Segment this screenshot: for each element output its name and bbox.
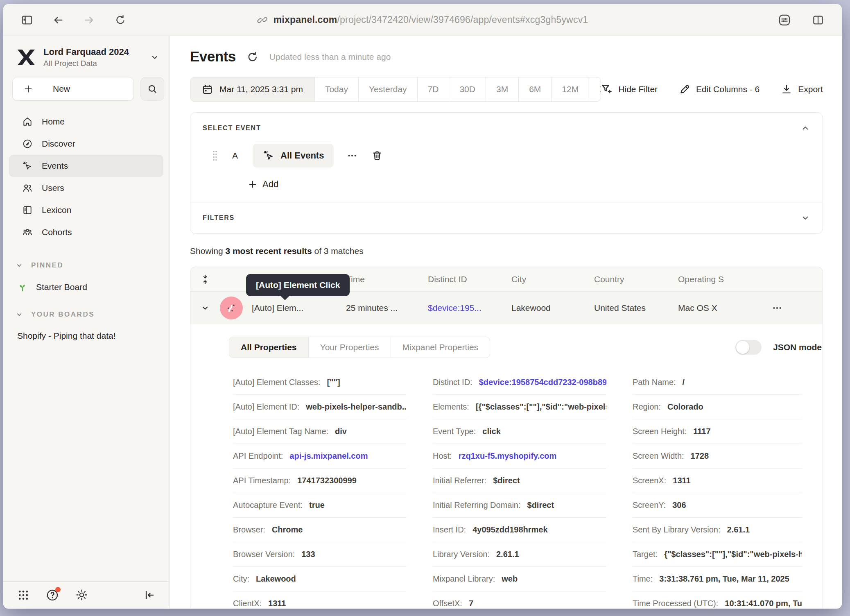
address-bar[interactable]: mixpanel.com/project/3472420/view/397469… [257,4,588,36]
range-6m[interactable]: 6M [518,77,551,101]
property-row: Insert ID:4y095zdd198hrmek [433,518,606,542]
property-label: Library Version: [433,550,490,559]
search-button[interactable] [140,77,164,101]
more-options-icon[interactable] [347,150,357,161]
property-value: 1311 [673,476,690,485]
sidebar-item-discover[interactable]: Discover [9,133,163,155]
workspace-switcher[interactable]: Lord Farquaad 2024 All Project Data [3,47,169,68]
property-value: Lakewood [256,574,296,584]
property-label: Autocapture Event: [233,500,303,510]
refresh-icon[interactable] [246,51,259,63]
date-range-segments: Mar 11, 2025 3:31 pm TodayYesterday7D30D… [190,77,601,102]
range-7d[interactable]: 7D [417,77,449,101]
reader-settings-icon[interactable] [775,11,793,29]
calendar-icon [202,84,213,95]
export-button[interactable]: Export [781,84,823,95]
browser-sidebar-toggle-icon[interactable] [18,11,36,29]
sidebar-item-label: Users [42,183,64,193]
property-row: API Endpoint:api-js.mixpanel.com [233,444,407,469]
help-icon[interactable] [46,589,59,602]
property-row: Initial Referring Domain:$direct [433,493,606,518]
forward-button[interactable] [80,11,98,29]
chevron-down-icon[interactable] [201,303,210,313]
event-os: Mac OS X [678,303,772,313]
reload-button[interactable] [111,11,129,29]
property-value: 1741732300999 [297,476,357,485]
property-label: Host: [433,451,452,461]
property-value: 7 [469,599,473,608]
sidebar-item-cohorts[interactable]: Cohorts [9,221,163,243]
filters-section[interactable]: FILTERS [190,202,823,233]
sidebar-item-label: Home [42,117,65,127]
chevron-up-icon[interactable] [800,123,810,133]
range-30d[interactable]: 30D [449,77,486,101]
distinct-id-link[interactable]: $device:195... [428,303,482,313]
json-mode-toggle[interactable] [735,340,762,355]
property-value-link[interactable]: $device:1958754cdd7232-098b89... [479,378,606,387]
range-label: Today [325,84,348,94]
board-item-label: Starter Board [36,282,87,292]
property-row: OffsetX:7 [433,591,606,608]
your-boards-section-header[interactable]: YOUR BOARDS [16,310,163,319]
split-view-icon[interactable] [809,11,827,29]
property-value: 1117 [693,427,710,436]
column-header-operating-s[interactable]: Operating S [678,274,772,284]
property-row: Mixpanel Library:web [433,567,606,591]
range-today[interactable]: Today [314,77,358,101]
event-name: [Auto] Elem... [252,303,303,313]
collapse-sidebar-icon[interactable] [143,589,155,601]
property-row: Time:3:31:38.761 pm, Tue, Mar 11, 2025 [633,567,802,591]
apps-grid-icon[interactable] [17,589,29,601]
events-icon [22,161,33,171]
chevron-down-icon [150,53,159,62]
pinned-section-header[interactable]: PINNED [16,261,163,270]
plus-icon [23,84,33,94]
column-header-city[interactable]: City [511,274,594,284]
trash-icon[interactable] [371,150,383,161]
property-label: API Timestamp: [233,476,291,485]
column-header-distinct-id[interactable]: Distinct ID [428,274,511,284]
event-selector-chip[interactable]: All Events [253,144,334,168]
tab-all-properties[interactable]: All Properties [229,337,308,358]
drag-handle-icon[interactable] [212,149,218,162]
updated-status: Updated less than a minute ago [269,52,391,62]
date-picker-button[interactable]: Mar 11, 2025 3:31 pm [190,77,314,101]
property-value: 133 [301,550,315,559]
range-xtd[interactable]: XTD [589,77,601,101]
board-item[interactable]: Starter Board [17,282,163,292]
back-button[interactable] [49,11,67,29]
property-value-link[interactable]: rzq1xu-f5.myshopify.com [459,451,557,461]
new-button[interactable]: New [12,77,134,101]
range-3m[interactable]: 3M [486,77,518,101]
event-city: Lakewood [511,303,594,313]
property-label: Browser: [233,525,265,534]
sidebar-item-home[interactable]: Home [9,111,163,133]
settings-gear-icon[interactable] [75,589,88,601]
tab-your-properties[interactable]: Your Properties [308,337,391,358]
property-label: Initial Referring Domain: [433,500,521,510]
sidebar-footer [3,581,169,608]
pencil-icon [679,84,690,95]
row-menu-icon[interactable] [772,303,823,313]
range-yesterday[interactable]: Yesterday [358,77,417,101]
add-event-button[interactable]: Add [248,179,810,190]
column-header-country[interactable]: Country [594,274,678,284]
property-label: OffsetX: [433,599,462,608]
collapse-rows-icon[interactable] [200,274,210,285]
range-12m[interactable]: 12M [551,77,589,101]
tab-mixpanel-properties[interactable]: Mixpanel Properties [391,337,490,358]
sidebar-item-users[interactable]: Users [9,177,163,199]
event-tooltip: [Auto] Element Click [246,274,350,296]
pinned-items: Starter Board [3,282,169,292]
column-header-time[interactable]: Time [346,274,428,284]
sidebar-item-events[interactable]: Events [9,155,163,177]
hide-filter-button[interactable]: Hide Filter [601,84,658,95]
property-value: 2.61.1 [727,525,750,534]
sidebar-item-lexicon[interactable]: Lexicon [9,199,163,221]
board-item[interactable]: Shopify - Piping that data! [17,331,163,341]
property-value-link[interactable]: api-js.mixpanel.com [289,451,368,461]
url-path: /project/3472420/view/3974696/app/events… [337,14,588,25]
filters-header: FILTERS [203,214,235,222]
property-label: Screen Height: [633,427,687,436]
edit-columns-button[interactable]: Edit Columns · 6 [679,84,760,95]
